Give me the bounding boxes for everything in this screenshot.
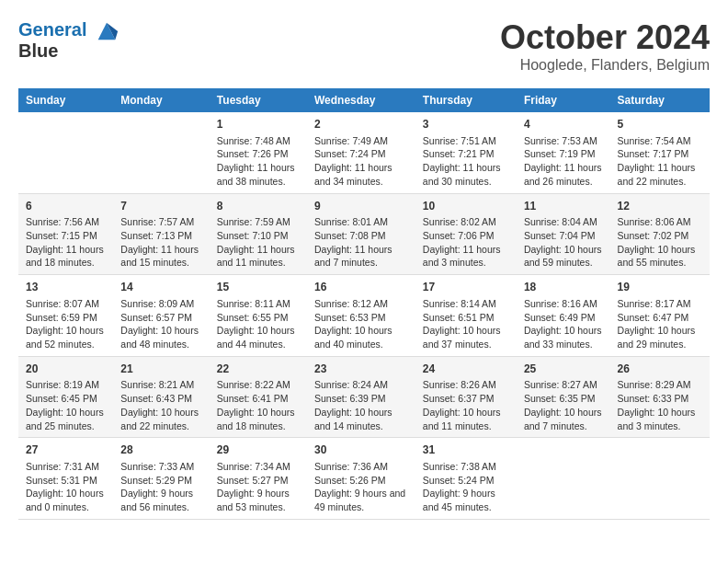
sunset-text: Sunset: 7:13 PM bbox=[120, 230, 192, 241]
day-header-sunday: Sunday bbox=[18, 88, 113, 112]
daylight-text: Daylight: 10 hours and 59 minutes. bbox=[524, 244, 602, 269]
day-number: 22 bbox=[217, 362, 300, 377]
week-row-1: 1Sunrise: 7:48 AMSunset: 7:26 PMDaylight… bbox=[18, 112, 710, 193]
sunset-text: Sunset: 7:08 PM bbox=[314, 230, 386, 241]
calendar-cell: 25Sunrise: 8:27 AMSunset: 6:35 PMDayligh… bbox=[517, 356, 610, 438]
sunrise-text: Sunrise: 7:38 AM bbox=[423, 461, 496, 472]
sunrise-text: Sunrise: 7:57 AM bbox=[120, 216, 194, 227]
day-header-wednesday: Wednesday bbox=[307, 88, 415, 112]
calendar-cell: 8Sunrise: 7:59 AMSunset: 7:10 PMDaylight… bbox=[210, 193, 307, 275]
daylight-text: Daylight: 11 hours and 11 minutes. bbox=[217, 244, 295, 269]
day-number: 26 bbox=[618, 362, 702, 377]
sunrise-text: Sunrise: 8:19 AM bbox=[26, 379, 99, 390]
daylight-text: Daylight: 10 hours and 25 minutes. bbox=[26, 407, 104, 431]
daylight-text: Daylight: 10 hours and 14 minutes. bbox=[314, 407, 392, 431]
sunrise-text: Sunrise: 8:29 AM bbox=[618, 379, 691, 390]
sunset-text: Sunset: 6:51 PM bbox=[423, 312, 495, 323]
sunrise-text: Sunrise: 8:14 AM bbox=[423, 298, 496, 309]
title-section: October 2024 Hooglede, Flanders, Belgium bbox=[500, 18, 710, 74]
daylight-text: Daylight: 10 hours and 48 minutes. bbox=[120, 325, 199, 350]
sunset-text: Sunset: 5:24 PM bbox=[423, 475, 495, 486]
week-row-5: 27Sunrise: 7:31 AMSunset: 5:31 PMDayligh… bbox=[18, 438, 710, 520]
sunset-text: Sunset: 6:43 PM bbox=[120, 393, 192, 404]
calendar-cell: 14Sunrise: 8:09 AMSunset: 6:57 PMDayligh… bbox=[113, 275, 210, 357]
calendar-cell: 11Sunrise: 8:04 AMSunset: 7:04 PMDayligh… bbox=[517, 193, 610, 275]
calendar-cell: 3Sunrise: 7:51 AMSunset: 7:21 PMDaylight… bbox=[415, 112, 517, 193]
calendar-cell: 10Sunrise: 8:02 AMSunset: 7:06 PMDayligh… bbox=[415, 193, 517, 275]
day-number: 29 bbox=[217, 442, 300, 458]
calendar-cell: 4Sunrise: 7:53 AMSunset: 7:19 PMDaylight… bbox=[517, 112, 610, 193]
calendar-cell: 28Sunrise: 7:33 AMSunset: 5:29 PMDayligh… bbox=[113, 438, 210, 520]
sunrise-text: Sunrise: 7:59 AM bbox=[217, 216, 290, 227]
day-number: 21 bbox=[120, 362, 202, 377]
day-number: 28 bbox=[120, 442, 202, 458]
calendar-cell: 2Sunrise: 7:49 AMSunset: 7:24 PMDaylight… bbox=[307, 112, 415, 193]
week-row-2: 6Sunrise: 7:56 AMSunset: 7:15 PMDaylight… bbox=[18, 193, 710, 275]
week-row-4: 20Sunrise: 8:19 AMSunset: 6:45 PMDayligh… bbox=[18, 356, 710, 438]
day-number: 2 bbox=[314, 117, 408, 132]
sunset-text: Sunset: 5:31 PM bbox=[26, 475, 97, 486]
daylight-text: Daylight: 11 hours and 3 minutes. bbox=[423, 244, 501, 269]
sunrise-text: Sunrise: 8:26 AM bbox=[423, 379, 496, 390]
main-title: October 2024 bbox=[500, 18, 710, 57]
sunset-text: Sunset: 6:41 PM bbox=[217, 393, 289, 404]
calendar-cell: 29Sunrise: 7:34 AMSunset: 5:27 PMDayligh… bbox=[210, 438, 307, 520]
sunrise-text: Sunrise: 7:54 AM bbox=[618, 135, 691, 146]
week-row-3: 13Sunrise: 8:07 AMSunset: 6:59 PMDayligh… bbox=[18, 275, 710, 357]
calendar-cell: 27Sunrise: 7:31 AMSunset: 5:31 PMDayligh… bbox=[18, 438, 113, 520]
daylight-text: Daylight: 10 hours and 3 minutes. bbox=[618, 407, 696, 431]
day-number: 24 bbox=[423, 362, 509, 377]
sunset-text: Sunset: 5:26 PM bbox=[314, 475, 386, 486]
sunset-text: Sunset: 6:47 PM bbox=[618, 312, 689, 323]
daylight-text: Daylight: 11 hours and 34 minutes. bbox=[314, 162, 392, 187]
sunset-text: Sunset: 6:33 PM bbox=[618, 393, 689, 404]
day-number: 3 bbox=[423, 117, 509, 132]
daylight-text: Daylight: 10 hours and 37 minutes. bbox=[423, 325, 501, 350]
daylight-text: Daylight: 9 hours and 45 minutes. bbox=[423, 488, 495, 512]
subtitle: Hooglede, Flanders, Belgium bbox=[500, 57, 710, 74]
sunset-text: Sunset: 7:15 PM bbox=[26, 230, 97, 241]
calendar-cell: 6Sunrise: 7:56 AMSunset: 7:15 PMDaylight… bbox=[18, 193, 113, 275]
calendar-cell: 5Sunrise: 7:54 AMSunset: 7:17 PMDaylight… bbox=[610, 112, 710, 193]
sunset-text: Sunset: 7:26 PM bbox=[217, 148, 289, 159]
sunset-text: Sunset: 7:24 PM bbox=[314, 148, 386, 159]
daylight-text: Daylight: 10 hours and 29 minutes. bbox=[618, 325, 696, 350]
calendar-cell: 20Sunrise: 8:19 AMSunset: 6:45 PMDayligh… bbox=[18, 356, 113, 438]
day-number: 17 bbox=[423, 280, 509, 295]
daylight-text: Daylight: 11 hours and 26 minutes. bbox=[524, 162, 602, 187]
calendar-cell: 7Sunrise: 7:57 AMSunset: 7:13 PMDaylight… bbox=[113, 193, 210, 275]
day-number: 16 bbox=[314, 280, 408, 295]
sunset-text: Sunset: 7:19 PM bbox=[524, 148, 596, 159]
day-header-friday: Friday bbox=[517, 88, 610, 112]
daylight-text: Daylight: 9 hours and 56 minutes. bbox=[120, 488, 193, 512]
calendar-table: SundayMondayTuesdayWednesdayThursdayFrid… bbox=[18, 88, 710, 520]
calendar-cell: 15Sunrise: 8:11 AMSunset: 6:55 PMDayligh… bbox=[210, 275, 307, 357]
sunrise-text: Sunrise: 8:01 AM bbox=[314, 216, 388, 227]
calendar-cell: 16Sunrise: 8:12 AMSunset: 6:53 PMDayligh… bbox=[307, 275, 415, 357]
sunset-text: Sunset: 6:39 PM bbox=[314, 393, 386, 404]
calendar-cell: 13Sunrise: 8:07 AMSunset: 6:59 PMDayligh… bbox=[18, 275, 113, 357]
sunrise-text: Sunrise: 8:06 AM bbox=[618, 216, 691, 227]
daylight-text: Daylight: 11 hours and 18 minutes. bbox=[26, 244, 104, 269]
sunrise-text: Sunrise: 7:51 AM bbox=[423, 135, 496, 146]
daylight-text: Daylight: 10 hours and 18 minutes. bbox=[217, 407, 295, 431]
day-number: 25 bbox=[524, 362, 603, 377]
logo-icon bbox=[94, 18, 119, 44]
daylight-text: Daylight: 10 hours and 7 minutes. bbox=[524, 407, 602, 431]
daylight-text: Daylight: 10 hours and 44 minutes. bbox=[217, 325, 295, 350]
day-number: 27 bbox=[26, 442, 106, 458]
daylight-text: Daylight: 10 hours and 11 minutes. bbox=[423, 407, 501, 431]
daylight-text: Daylight: 10 hours and 0 minutes. bbox=[26, 488, 104, 512]
sunset-text: Sunset: 6:59 PM bbox=[26, 312, 97, 323]
daylight-text: Daylight: 10 hours and 33 minutes. bbox=[524, 325, 602, 350]
day-number: 6 bbox=[26, 199, 106, 214]
calendar-cell: 21Sunrise: 8:21 AMSunset: 6:43 PMDayligh… bbox=[113, 356, 210, 438]
sunrise-text: Sunrise: 7:48 AM bbox=[217, 135, 290, 146]
sunset-text: Sunset: 6:45 PM bbox=[26, 393, 97, 404]
calendar-cell: 18Sunrise: 8:16 AMSunset: 6:49 PMDayligh… bbox=[517, 275, 610, 357]
sunrise-text: Sunrise: 8:02 AM bbox=[423, 216, 496, 227]
sunrise-text: Sunrise: 8:07 AM bbox=[26, 298, 99, 309]
daylight-text: Daylight: 10 hours and 55 minutes. bbox=[618, 244, 696, 269]
calendar-cell: 31Sunrise: 7:38 AMSunset: 5:24 PMDayligh… bbox=[415, 438, 517, 520]
calendar-cell bbox=[18, 112, 113, 193]
